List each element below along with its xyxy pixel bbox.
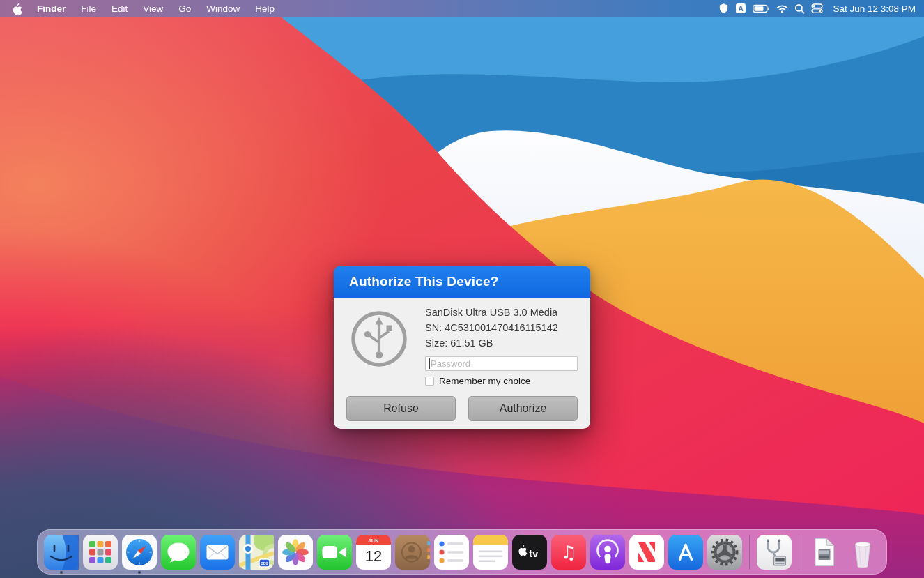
device-size: Size: 61.51 GB xyxy=(425,335,578,351)
remember-checkbox-label: Remember my choice xyxy=(439,376,530,386)
dock-item-document[interactable] xyxy=(806,535,841,570)
wifi-icon[interactable] xyxy=(776,4,788,13)
remember-checkbox[interactable] xyxy=(425,377,434,386)
apple-menu[interactable] xyxy=(8,3,29,15)
dock-separator xyxy=(749,535,750,570)
dock-item-calendar[interactable]: JUN 12 xyxy=(356,535,391,570)
shield-icon[interactable] xyxy=(718,3,729,14)
control-center-icon[interactable] xyxy=(811,3,823,14)
apple-logo-icon xyxy=(13,3,22,15)
dock: 380 JUN 12 xyxy=(37,529,887,575)
running-indicator xyxy=(138,571,141,574)
search-icon[interactable] xyxy=(794,3,805,14)
dock-item-messages[interactable] xyxy=(161,535,196,570)
dock-item-news[interactable] xyxy=(629,535,664,570)
calendar-month-label: JUN xyxy=(368,538,379,542)
device-serial: SN: 4C531001470416115142 xyxy=(425,320,578,335)
dock-item-app-store[interactable] xyxy=(668,535,703,570)
dock-item-mail[interactable] xyxy=(200,535,235,570)
dialog-buttons: Refuse Authorize xyxy=(334,386,590,429)
menu-bar-status: A Sat Jun 12 3:08 PM xyxy=(718,3,916,14)
dock-item-contacts[interactable] xyxy=(395,535,430,570)
dialog-title: Authorize This Device? xyxy=(349,274,499,289)
usb-trident-icon xyxy=(349,305,409,386)
refuse-button[interactable]: Refuse xyxy=(346,396,456,421)
dock-item-disk-utility[interactable] xyxy=(757,535,792,570)
running-indicator xyxy=(60,571,63,574)
text-caret xyxy=(429,358,430,369)
menu-edit[interactable]: Edit xyxy=(104,3,135,14)
tv-label: tv xyxy=(529,547,539,558)
svg-text:A: A xyxy=(739,5,744,13)
menu-window[interactable]: Window xyxy=(199,3,247,14)
password-input[interactable] xyxy=(425,356,578,371)
menu-bar-left: Finder File Edit View Go Window Help xyxy=(8,3,282,15)
dock-item-system-preferences[interactable] xyxy=(707,535,742,570)
dock-item-finder[interactable] xyxy=(44,535,79,570)
dock-item-safari[interactable] xyxy=(122,535,157,570)
device-name: SanDisk Ultra USB 3.0 Media xyxy=(425,305,578,320)
menu-help[interactable]: Help xyxy=(247,3,282,14)
dock-item-photos[interactable] xyxy=(278,535,313,570)
dock-item-facetime[interactable] xyxy=(317,535,352,570)
battery-icon[interactable] xyxy=(753,4,770,13)
menu-file[interactable]: File xyxy=(73,3,104,14)
menu-bar-clock[interactable]: Sat Jun 12 3:08 PM xyxy=(833,3,916,14)
menu-app-name[interactable]: Finder xyxy=(29,3,73,14)
calendar-day-label: 12 xyxy=(365,547,382,565)
dock-item-maps[interactable]: 380 xyxy=(239,535,274,570)
menu-go[interactable]: Go xyxy=(171,3,199,14)
dialog-body: SanDisk Ultra USB 3.0 Media SN: 4C531001… xyxy=(334,298,590,386)
dock-item-podcasts[interactable] xyxy=(590,535,625,570)
input-source-icon[interactable]: A xyxy=(735,3,746,14)
menu-bar: Finder File Edit View Go Window Help A S… xyxy=(0,0,924,17)
maps-badge-label: 380 xyxy=(261,561,268,565)
menu-view[interactable]: View xyxy=(135,3,171,14)
dock-item-music[interactable]: ♫ xyxy=(551,535,586,570)
dialog-title-bar: Authorize This Device? xyxy=(334,266,590,298)
dock-item-reminders[interactable] xyxy=(434,535,469,570)
authorize-device-dialog: Authorize This Device? SanDisk Ultra USB… xyxy=(334,266,590,429)
dock-separator xyxy=(799,535,799,570)
dock-item-launchpad[interactable] xyxy=(83,535,118,570)
dock-item-trash[interactable] xyxy=(845,535,880,570)
authorize-button[interactable]: Authorize xyxy=(468,396,578,421)
dock-item-tv[interactable]: tv xyxy=(512,535,547,570)
music-note-glyph: ♫ xyxy=(560,542,576,563)
dock-item-notes[interactable] xyxy=(473,535,508,570)
